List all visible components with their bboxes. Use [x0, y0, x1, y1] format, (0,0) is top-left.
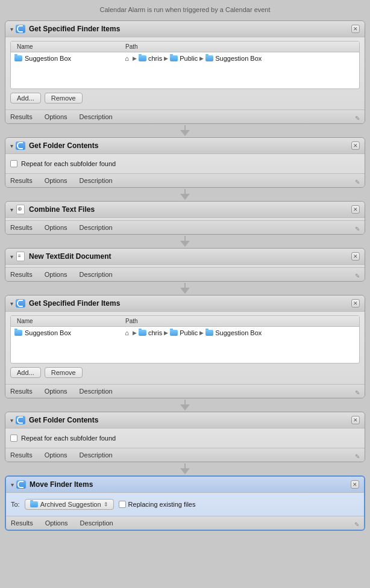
collapse-chevron[interactable]: ▾: [10, 417, 13, 424]
collapse-chevron[interactable]: ▾: [10, 253, 13, 260]
tab-item[interactable]: Options: [39, 112, 74, 122]
finder-icon: [16, 25, 25, 33]
tab-item[interactable]: Results: [10, 386, 39, 396]
action-button[interactable]: Add...: [10, 93, 41, 104]
pencil-icon: ✎: [355, 273, 360, 279]
tab-item[interactable]: Options: [39, 223, 74, 232]
path-folder-icon: [139, 55, 146, 61]
tab-item[interactable]: Options: [39, 518, 74, 528]
tab-item[interactable]: Results: [10, 270, 39, 279]
table-header: Name Path: [11, 42, 359, 52]
path-arrow: ▶: [133, 330, 137, 336]
replacing-label: Replacing existing files: [128, 501, 196, 508]
table-area: Name Path Suggestion Box ⌂▶chris▶Public▶…: [10, 41, 360, 89]
workflow-block-block2: ▾ Get Folder Contents ✕ Repeat for each …: [5, 137, 365, 188]
block-icon: [16, 24, 25, 34]
close-button[interactable]: ✕: [351, 205, 360, 214]
close-button[interactable]: ✕: [351, 252, 360, 261]
path-arrow: ▶: [199, 330, 204, 336]
finder-icon: [16, 299, 25, 308]
table-cell-name: Suggestion Box: [14, 55, 123, 62]
tab-item[interactable]: Description: [74, 386, 119, 396]
finder-icon: [16, 480, 26, 489]
path-segment: chris: [148, 329, 162, 336]
buttons-row: Add...Remove: [10, 93, 360, 104]
block-icon: [16, 299, 25, 308]
block-title: Get Folder Contents: [29, 141, 351, 150]
workflow-block-block6: ▾ Get Folder Contents ✕ Repeat for each …: [5, 412, 365, 462]
collapse-chevron[interactable]: ▾: [10, 206, 13, 213]
connector: [5, 236, 365, 247]
connector: [5, 283, 365, 294]
path-arrow: ▶: [199, 55, 204, 61]
home-icon: ⌂: [123, 55, 131, 63]
action-button[interactable]: Remove: [45, 93, 83, 104]
tab-item[interactable]: Description: [74, 270, 119, 279]
tab-item[interactable]: Options: [39, 176, 74, 185]
finder-icon: [16, 141, 25, 150]
tab-item[interactable]: Results: [11, 518, 39, 528]
action-button[interactable]: Remove: [45, 367, 83, 378]
tab-item[interactable]: Description: [74, 450, 119, 460]
tab-item[interactable]: Results: [10, 112, 39, 122]
tab-item[interactable]: Description: [74, 112, 119, 122]
pencil-icon: ✎: [355, 115, 360, 122]
close-button[interactable]: ✕: [351, 480, 359, 489]
combine-icon: [16, 205, 25, 214]
close-button[interactable]: ✕: [351, 299, 360, 308]
tab-item[interactable]: Description: [74, 223, 119, 232]
pencil-icon: ✎: [355, 389, 360, 396]
path-folder-icon: [139, 330, 146, 336]
tab-item[interactable]: Options: [39, 270, 74, 279]
tab-item[interactable]: Options: [39, 450, 74, 460]
connector: [5, 189, 365, 200]
block-icon: [16, 205, 25, 214]
connector: [5, 400, 365, 410]
col-path: Path: [123, 317, 356, 325]
workflow-container: ▾ Get Specified Finder Items ✕ Name Path…: [5, 20, 365, 531]
path-segment: Suggestion Box: [215, 55, 262, 62]
checkbox-label: Repeat for each subfolder found: [21, 160, 116, 167]
close-button[interactable]: ✕: [351, 25, 360, 33]
destination-dropdown[interactable]: Archived Suggestion ⇕: [25, 499, 114, 510]
home-icon: ⌂: [123, 329, 131, 337]
connector: [5, 463, 365, 474]
tab-bar: ResultsOptionsDescription ✎: [5, 173, 365, 187]
block-title: New TextEdit Document: [29, 252, 351, 261]
collapse-chevron[interactable]: ▾: [10, 26, 13, 32]
tab-item[interactable]: Results: [10, 450, 39, 460]
subfolder-checkbox[interactable]: [10, 435, 17, 442]
close-button[interactable]: ✕: [351, 141, 360, 150]
tab-item[interactable]: Results: [10, 176, 39, 185]
tab-item[interactable]: Description: [74, 518, 119, 528]
block-content: Name Path Suggestion Box ⌂▶chris▶Public▶…: [5, 37, 365, 110]
top-description: Calendar Alarm is run when triggered by …: [5, 6, 365, 13]
replacing-checkbox[interactable]: [119, 501, 126, 508]
finder-icon: [16, 416, 25, 424]
block-icon: [16, 252, 25, 261]
close-button[interactable]: ✕: [351, 416, 360, 424]
tab-bar: ResultsOptionsDescription ✎: [5, 220, 365, 234]
pencil-icon: ✎: [354, 521, 359, 528]
workflow-block-block5: ▾ Get Specified Finder Items ✕ Name Path…: [5, 295, 365, 398]
col-name: Name: [14, 317, 123, 325]
tab-item[interactable]: Description: [74, 176, 119, 185]
table-cell-path: ⌂▶chris▶Public▶Suggestion Box: [123, 55, 356, 63]
table-header: Name Path: [11, 316, 359, 327]
tab-item[interactable]: Results: [10, 223, 39, 232]
collapse-chevron[interactable]: ▾: [10, 143, 13, 149]
textedit-icon: [16, 252, 25, 261]
table-area: Name Path Suggestion Box ⌂▶chris▶Public▶…: [10, 315, 360, 364]
action-button[interactable]: Add...: [10, 367, 41, 378]
tab-item[interactable]: Options: [39, 386, 74, 396]
block-header: ▾ Combine Text Files ✕: [5, 202, 365, 218]
workflow-block-block7: ▾ Move Finder Items ✕ To: Archived Sugge…: [5, 475, 365, 531]
table-cell-path: ⌂▶chris▶Public▶Suggestion Box: [123, 329, 356, 337]
block-header: ▾ Move Finder Items ✕: [6, 477, 364, 493]
block-icon: [16, 480, 26, 489]
collapse-chevron[interactable]: ▾: [10, 300, 13, 307]
subfolder-checkbox[interactable]: [10, 160, 17, 167]
table-cell-name: Suggestion Box: [14, 329, 123, 336]
collapse-chevron[interactable]: ▾: [11, 481, 14, 488]
checkbox-row: Repeat for each subfolder found: [10, 432, 360, 444]
